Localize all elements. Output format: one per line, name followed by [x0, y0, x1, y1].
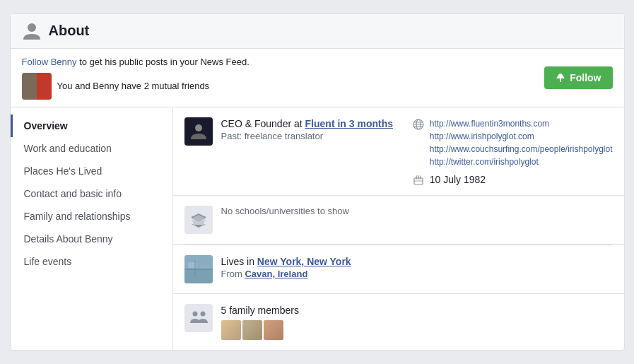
main-content: Overview Work and education Places He's …: [11, 107, 624, 351]
location-from: From Cavan, Ireland: [221, 269, 613, 279]
work-title: CEO & Founder at Fluent in 3 months: [221, 117, 413, 131]
family-count: 5 family members: [221, 304, 613, 318]
sidebar: Overview Work and education Places He's …: [11, 107, 173, 351]
svg-point-1: [195, 124, 202, 131]
person-icon: [22, 21, 42, 41]
url-3[interactable]: http://www.couchsurfing.com/people/irish…: [430, 143, 613, 155]
sidebar-item-places-lived[interactable]: Places He's Lived: [11, 160, 172, 182]
family-photos: [221, 320, 613, 340]
follow-banner: Follow Benny to get his public posts in …: [11, 49, 624, 107]
location-info: Lives in New York, New York From Cavan, …: [221, 255, 613, 280]
right-panel: CEO & Founder at Fluent in 3 months Past…: [173, 107, 624, 351]
page-title: About: [49, 23, 90, 39]
work-past: Past: freelance translator: [221, 131, 413, 141]
work-person-silhouette: [189, 122, 208, 141]
family-thumb-2: [242, 320, 262, 340]
work-info: CEO & Founder at Fluent in 3 months Past…: [221, 117, 413, 142]
follow-button[interactable]: Follow: [544, 66, 612, 89]
work-section: CEO & Founder at Fluent in 3 months Past…: [173, 107, 624, 196]
avatar-left: [22, 73, 37, 100]
family-icon: [189, 310, 208, 326]
sidebar-item-work-education[interactable]: Work and education: [11, 137, 172, 160]
location-photo: [184, 255, 213, 283]
svg-point-20: [192, 311, 197, 316]
location-section: Lives in New York, New York From Cavan, …: [173, 245, 624, 294]
location-city: Lives in New York, New York: [221, 255, 613, 269]
sidebar-item-overview[interactable]: Overview: [11, 115, 172, 137]
svg-rect-17: [200, 265, 210, 269]
follow-benny-link[interactable]: Follow Benny: [22, 57, 77, 67]
family-section: 5 family members: [173, 294, 624, 351]
school-info: No schools/universities to show: [221, 206, 613, 216]
family-info: 5 family members: [221, 304, 613, 341]
sidebar-item-family[interactable]: Family and relationships: [11, 205, 172, 228]
company-link[interactable]: Fluent in 3 months: [305, 118, 393, 129]
sidebar-item-life-events[interactable]: Life events: [11, 250, 172, 273]
family-thumb-1: [221, 320, 241, 340]
avatar-images: [22, 73, 52, 100]
follow-message: Follow Benny to get his public posts in …: [22, 56, 250, 67]
school-icon-box: [184, 206, 213, 234]
url-2[interactable]: http://www.irishpolyglot.com: [430, 130, 613, 143]
mutual-avatar: [22, 73, 52, 100]
city-link[interactable]: New York, New York: [257, 256, 351, 267]
url-4[interactable]: http://twitter.com/irishpolyglot: [430, 155, 613, 168]
work-photo: [184, 117, 213, 146]
school-text: No schools/universities to show: [221, 206, 613, 216]
url-1[interactable]: http://www.fluentin3months.com: [430, 117, 613, 130]
school-icon: [190, 211, 207, 228]
sidebar-item-details[interactable]: Details About Benny: [11, 228, 172, 250]
svg-point-0: [28, 23, 36, 32]
globe-icon: [413, 119, 424, 130]
urls-row: http://www.fluentin3months.com http://ww…: [413, 117, 613, 168]
mutual-friends: You and Benny have 2 mutual friends: [22, 73, 250, 100]
follow-banner-left: Follow Benny to get his public posts in …: [22, 56, 250, 100]
card-header: About: [11, 14, 624, 49]
family-thumb-3: [264, 320, 283, 340]
birthday-icon: [413, 174, 424, 185]
svg-point-21: [200, 311, 205, 316]
svg-rect-15: [184, 269, 213, 283]
avatar-right: [37, 73, 52, 100]
location-map: [184, 255, 213, 283]
sidebar-item-contact[interactable]: Contact and basic info: [11, 182, 172, 205]
work-section-top: CEO & Founder at Fluent in 3 months Past…: [184, 117, 613, 185]
links-section: http://www.fluentin3months.com http://ww…: [413, 117, 613, 185]
from-link[interactable]: Cavan, Ireland: [245, 269, 307, 279]
birthday-block: 10 July 1982: [413, 174, 613, 185]
follow-icon: [556, 73, 565, 83]
family-icon-box: [184, 304, 213, 332]
about-card: About Follow Benny to get his public pos…: [10, 13, 625, 351]
school-section: No schools/universities to show: [173, 196, 624, 245]
follow-suffix: to get his public posts in your News Fee…: [77, 57, 250, 67]
urls-block: http://www.fluentin3months.com http://ww…: [430, 117, 613, 168]
mutual-text: You and Benny have 2 mutual friends: [57, 81, 210, 91]
